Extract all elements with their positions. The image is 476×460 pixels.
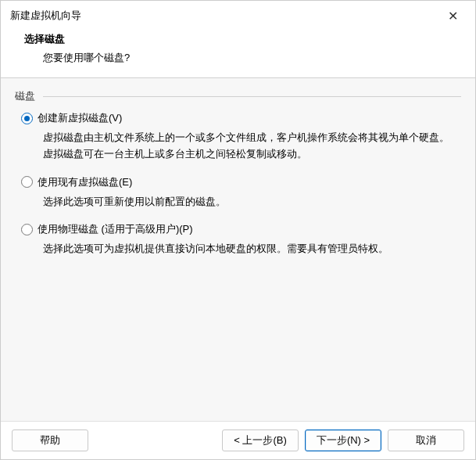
- option-label-create: 创建新虚拟磁盘(V): [38, 111, 122, 125]
- option-create-new-disk[interactable]: 创建新虚拟磁盘(V) 虚拟磁盘由主机文件系统上的一个或多个文件组成，客户机操作系…: [21, 111, 455, 163]
- page-subtitle: 您要使用哪个磁盘?: [43, 51, 456, 65]
- window-title: 新建虚拟机向导: [10, 9, 81, 23]
- options-group: 创建新虚拟磁盘(V) 虚拟磁盘由主机文件系统上的一个或多个文件组成，客户机操作系…: [15, 103, 461, 257]
- next-button[interactable]: 下一步(N) >: [305, 429, 381, 451]
- radio-use-physical[interactable]: [21, 224, 33, 235]
- button-bar: 帮助 < 上一步(B) 下一步(N) > 取消: [1, 421, 475, 459]
- option-label-physical: 使用物理磁盘 (适用于高级用户)(P): [38, 222, 193, 236]
- option-desc-create: 虚拟磁盘由主机文件系统上的一个或多个文件组成，客户机操作系统会将其视为单个硬盘。…: [43, 130, 455, 163]
- option-desc-physical: 选择此选项可为虚拟机提供直接访问本地硬盘的权限。需要具有管理员特权。: [43, 241, 455, 257]
- disk-fieldset: 磁盘 创建新虚拟磁盘(V) 虚拟磁盘由主机文件系统上的一个或多个文件组成，客户机…: [15, 89, 461, 257]
- header-section: 选择磁盘 您要使用哪个磁盘?: [1, 27, 475, 77]
- option-desc-existing: 选择此选项可重新使用以前配置的磁盘。: [43, 194, 455, 210]
- fieldset-line: [43, 96, 461, 97]
- option-row: 创建新虚拟磁盘(V): [21, 111, 455, 125]
- help-button[interactable]: 帮助: [12, 429, 88, 451]
- back-button[interactable]: < 上一步(B): [222, 429, 299, 451]
- option-row: 使用物理磁盘 (适用于高级用户)(P): [21, 222, 455, 236]
- option-use-physical-disk[interactable]: 使用物理磁盘 (适用于高级用户)(P) 选择此选项可为虚拟机提供直接访问本地硬盘…: [21, 222, 455, 257]
- option-label-existing: 使用现有虚拟磁盘(E): [38, 175, 132, 189]
- content-area: 磁盘 创建新虚拟磁盘(V) 虚拟磁盘由主机文件系统上的一个或多个文件组成，客户机…: [1, 78, 475, 421]
- radio-create-new[interactable]: [21, 113, 33, 124]
- titlebar: 新建虚拟机向导 ✕: [1, 1, 475, 27]
- wizard-window: 新建虚拟机向导 ✕ 选择磁盘 您要使用哪个磁盘? 磁盘 创建新虚拟磁盘(V) 虚…: [0, 0, 476, 460]
- radio-use-existing[interactable]: [21, 176, 33, 188]
- option-use-existing-disk[interactable]: 使用现有虚拟磁盘(E) 选择此选项可重新使用以前配置的磁盘。: [21, 175, 455, 210]
- cancel-button[interactable]: 取消: [388, 429, 464, 451]
- fieldset-label: 磁盘: [15, 89, 38, 103]
- close-icon[interactable]: ✕: [440, 7, 466, 25]
- option-row: 使用现有虚拟磁盘(E): [21, 175, 455, 189]
- page-title: 选择磁盘: [24, 32, 456, 46]
